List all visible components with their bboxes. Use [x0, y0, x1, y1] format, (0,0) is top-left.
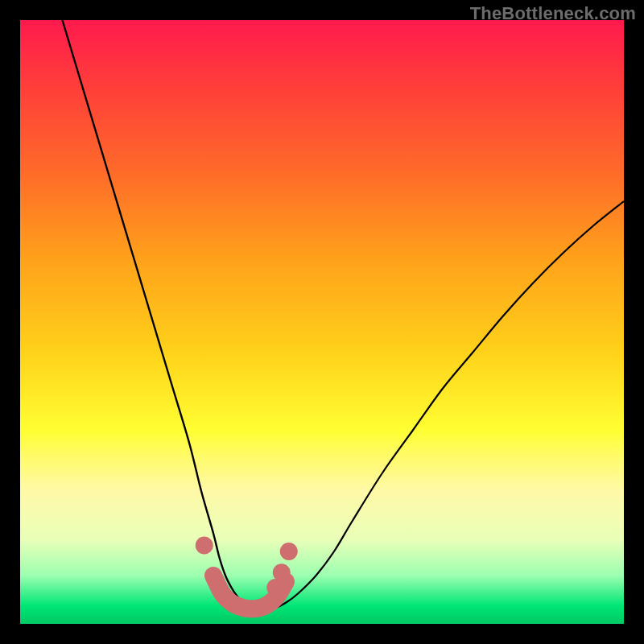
marker-left [196, 537, 213, 555]
left-curve-path [63, 20, 250, 609]
chart-frame: TheBottleneck.com [0, 0, 644, 644]
curve-layer [20, 20, 624, 624]
marker-right-1 [280, 543, 298, 560]
marker-right-3 [266, 579, 284, 597]
marker-right-2 [273, 564, 291, 581]
right-curve-path [274, 201, 624, 609]
